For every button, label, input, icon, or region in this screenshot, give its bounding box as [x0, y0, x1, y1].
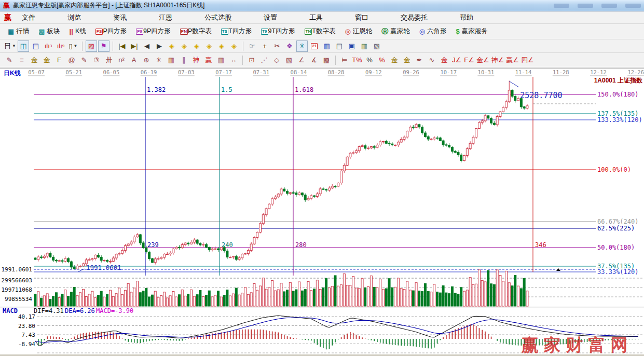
gold-grid-button[interactable]: 金	[41, 54, 52, 66]
spiral-button[interactable]: @	[66, 54, 77, 66]
fibo-f-button[interactable]: F	[53, 54, 65, 66]
shift-left-button[interactable]: ◈	[166, 40, 177, 52]
tally-lines-button[interactable]: 卅	[103, 54, 115, 66]
t-number-table-button[interactable]: TNT数字表	[305, 27, 336, 36]
p-square-button[interactable]: PSP四方形	[95, 27, 127, 36]
period-day-selector-button[interactable]: 日▼	[4, 40, 17, 52]
ying-angle-button[interactable]: 赢∠	[505, 54, 519, 66]
erase-scissors-button[interactable]: ✂	[271, 40, 283, 52]
gold-circle-button[interactable]: 金	[389, 54, 400, 66]
angle-a-button[interactable]: A	[128, 54, 140, 66]
export-image-button[interactable]: ▥	[359, 40, 370, 52]
winner-wheel-button[interactable]: Ⓑ赢家轮	[381, 27, 410, 36]
circle-3-button[interactable]: ③	[91, 54, 102, 66]
j-angle-button[interactable]: J∠	[451, 54, 462, 66]
compress-view-button[interactable]: ◈	[216, 40, 227, 52]
shen-angle-button[interactable]: 神∠	[491, 54, 505, 66]
gold-split-lines-button[interactable]: 金	[29, 54, 40, 66]
drag-hand-button[interactable]: ☞	[246, 40, 258, 52]
t-square-button[interactable]: TST四方形	[221, 27, 252, 36]
trend-angle-button[interactable]: ∠	[296, 54, 307, 66]
next-bar-button[interactable]: ▶	[154, 40, 165, 52]
f-angle-button[interactable]: F∠	[463, 54, 475, 66]
calendar-button[interactable]: 21	[309, 40, 320, 52]
menu-item-8[interactable]: 交易委托	[401, 13, 428, 22]
draw-brush-button[interactable]: ✎	[78, 54, 90, 66]
f10-info-button[interactable]: ▤	[30, 40, 42, 52]
last-page-button[interactable]: ▶|	[129, 40, 140, 52]
color-flag-tool-button[interactable]: ⚑	[98, 40, 109, 52]
jin-angle-button[interactable]: 金∠	[476, 54, 490, 66]
zoom-in-horizontal-button[interactable]: ◈	[203, 40, 215, 52]
kline-button[interactable]: ||K线	[70, 27, 86, 36]
chart-window-button[interactable]: ◫	[18, 40, 29, 52]
ying-tool-button[interactable]: 赢	[203, 54, 214, 66]
crosshair-button[interactable]: +	[259, 40, 270, 52]
dense-grid-button[interactable]: ▩	[321, 54, 332, 66]
prev-bar-button[interactable]: ◀	[141, 40, 153, 52]
shaded-fan-button[interactable]: ▧	[283, 54, 295, 66]
menu-item-2[interactable]: 资讯	[113, 13, 127, 22]
grid-123-button[interactable]: ▦	[215, 54, 227, 66]
p-number-table-button[interactable]: PNP数字表	[180, 27, 212, 36]
menu-item-9[interactable]: 帮助	[460, 13, 473, 22]
menu-item-3[interactable]: 江恩	[159, 13, 172, 22]
notes-button[interactable]: ▤	[334, 40, 345, 52]
gann-tool-teal-button[interactable]: ✳	[296, 40, 308, 52]
square-web-button[interactable]: ▦	[166, 54, 177, 66]
menu-item-7[interactable]: 窗口	[355, 13, 368, 22]
menu-item-4[interactable]: 公式选股	[204, 13, 231, 22]
t-percent-button[interactable]: T%	[351, 54, 363, 66]
window-titlebar[interactable]: 赢 赢家江恩专业版[赢家内部服务平台] - [上证指数 SH1A0001-165…	[0, 0, 644, 11]
gann-circle-button[interactable]: ⊕	[141, 54, 152, 66]
titlebar-remote-item-2[interactable]	[578, 4, 593, 8]
ink-pen-button[interactable]: ✒	[414, 54, 425, 66]
measure-angle-button[interactable]: ∡	[308, 54, 320, 66]
span-arrows-button[interactable]: ↔	[228, 54, 239, 66]
zoom-out-horizontal-button[interactable]: ◈	[191, 40, 202, 52]
9p-square-button[interactable]: P99P四方形	[136, 27, 171, 36]
titlebar-remote-item-3[interactable]	[601, 4, 617, 8]
menu-item-6[interactable]: 工具	[309, 13, 323, 22]
save-button[interactable]: ▣	[346, 40, 358, 52]
shen-tool-button[interactable]: 神	[190, 54, 202, 66]
quotes-button[interactable]: ▦行情	[8, 27, 29, 36]
volume-bar	[379, 279, 381, 306]
shift-right-button[interactable]: ◈	[179, 40, 190, 52]
expand-view-button[interactable]: ◈	[228, 40, 240, 52]
sectors-button[interactable]: ▩板块	[38, 27, 60, 36]
three-line-chart-button[interactable]: ılı3	[43, 40, 54, 52]
calculator-button[interactable]: ▦	[321, 40, 333, 52]
fan-lines-button[interactable]: ⋰	[258, 54, 270, 66]
pentagon-button[interactable]: ◇	[271, 54, 282, 66]
price-chart[interactable]: 05-0705-2106-0506-1907-0307-1707-3108-14…	[0, 67, 644, 356]
menu-item-0[interactable]: 文件	[22, 13, 35, 22]
winner-service-button[interactable]: $赢家服务	[456, 27, 488, 36]
rect-box-button[interactable]: ⊡	[246, 54, 257, 66]
gann-wheel-button[interactable]: ◎江恩轮	[345, 27, 372, 36]
candle-style-button[interactable]: ▯▼	[67, 40, 79, 52]
gann-tool-purple-button[interactable]: ❖	[284, 40, 295, 52]
pattern-tool-button[interactable]: ▨	[86, 40, 97, 52]
spider-web-button[interactable]: ✳	[153, 54, 165, 66]
menu-item-1[interactable]: 浏览	[67, 13, 81, 22]
price-lines-button[interactable]: ≡	[16, 54, 28, 66]
minute-marks-button[interactable]: ∥	[178, 54, 189, 66]
menu-item-5[interactable]: 设置	[264, 13, 277, 22]
hexagon-button[interactable]: ◎六角形	[419, 27, 447, 36]
draw-pencil-button[interactable]: ✎	[4, 54, 15, 66]
percent-button[interactable]: %	[364, 54, 375, 66]
first-page-button[interactable]: |◀	[116, 40, 128, 52]
wave-button[interactable]: ∿	[426, 54, 437, 66]
si-angle-button[interactable]: 四∠	[520, 54, 535, 66]
ruler-scale-button[interactable]: ⊨	[339, 54, 350, 66]
n-square-button[interactable]: n²	[116, 54, 127, 66]
gold-line-button[interactable]: 金	[401, 54, 413, 66]
9t-square-button[interactable]: T99T四方形	[261, 27, 295, 36]
gold-angle-button[interactable]: 金	[439, 54, 450, 66]
print-button[interactable]: ▧	[371, 40, 382, 52]
nine-line-chart-button[interactable]: ılı9	[55, 40, 66, 52]
titlebar-remote-item-1[interactable]	[554, 4, 569, 8]
percent-line-button[interactable]: %	[376, 54, 388, 66]
titlebar-remote-item-4[interactable]	[625, 4, 641, 8]
